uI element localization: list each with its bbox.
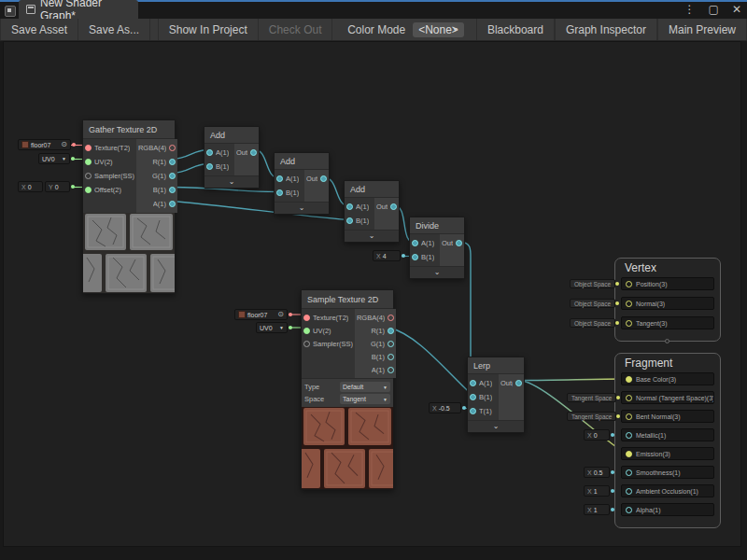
fragment-row-base-color[interactable]: Base Color(3) [621,372,714,385]
port-b-in[interactable] [412,254,418,260]
collapse-toggle[interactable]: ⌄ [345,230,399,242]
port-a-out[interactable] [169,201,176,207]
gather-texture-field[interactable]: floor07 ⊙ [18,139,71,150]
port-a-in[interactable] [470,380,476,386]
type-dropdown[interactable]: Default ▼ [340,382,390,392]
port-normal-ts[interactable] [626,395,632,401]
port-b-in[interactable] [276,189,283,196]
graph-inspector-toggle-button[interactable]: Graph Inspector [555,19,657,40]
kebab-menu-icon[interactable]: ⋮ [684,3,696,16]
fragment-row-metallic[interactable]: Metallic(1) [621,428,714,441]
port-position[interactable] [626,281,632,287]
port-texture-in[interactable] [303,315,310,321]
fragment-row-ambient-occlusion[interactable]: Ambient Occlusion(1) [621,484,714,497]
port-a-in[interactable] [206,149,213,156]
tab-new-shader-graph[interactable]: New Shader Graph* [19,0,138,19]
port-bent-normal[interactable] [626,413,632,420]
node-sample-texture-2d[interactable]: Sample Texture 2D Texture(T2) UV(2) Samp… [301,289,394,490]
blackboard-toggle-button[interactable]: Blackboard [476,19,555,40]
fragment-row-alpha[interactable]: Alpha(1) [621,503,714,516]
port-b-in[interactable] [346,217,353,224]
color-mode-dropdown[interactable]: <None> ▼ [413,22,464,37]
gather-uv-dropdown[interactable]: UV0 ▼ [38,153,70,164]
node-divide[interactable]: Divide A(1) B(1) Out(1) ⌄ [409,217,465,279]
fragment-row-emission[interactable]: Emission(3) [621,447,714,460]
port-sampler-in[interactable] [303,341,310,347]
texture-name: floor07 [247,312,267,318]
node-lerp[interactable]: Lerp A(1) B(1) T(1) Out(1) ⌄ [467,357,525,433]
node-gather-texture-2d[interactable]: Gather Texture 2D Texture(T2) UV(2) Samp… [82,119,176,294]
collapse-toggle[interactable]: ⌄ [204,175,259,188]
close-icon[interactable]: ✕ [732,3,741,16]
dropdown-arrow-icon: ▼ [383,397,388,402]
space-dropdown[interactable]: Tangent ▼ [340,394,390,404]
port-a-in[interactable] [276,175,283,182]
port-offset-in[interactable] [85,187,92,193]
port-base-color[interactable] [626,376,632,383]
port-rgba-out[interactable] [169,145,176,151]
fragment-row-normal[interactable]: Normal (Tangent Space)(3) [621,391,714,404]
port-normal[interactable] [626,301,632,307]
fragment-alpha-field[interactable]: X1 [584,504,610,515]
node-add-1[interactable]: Add A(1) B(1) Out(1) ⌄ [204,126,260,189]
fragment-metallic-field[interactable]: X0 [584,429,610,441]
vertex-row-tangent[interactable]: Tangent(3) [621,316,714,329]
save-asset-button[interactable]: Save Asset [0,19,78,40]
fragment-row-bent-normal[interactable]: Bent Normal(3) [621,410,714,423]
sample-texture-field[interactable]: floor07 ⊙ [234,309,288,320]
port-out[interactable] [250,149,257,156]
show-in-project-button[interactable]: Show In Project [158,19,259,40]
port-a-in[interactable] [346,203,353,210]
vertex-row-position[interactable]: Position(3) [621,277,714,290]
lerp-t-field[interactable]: X -0.5 [429,402,461,413]
port-texture-in[interactable] [85,145,92,151]
sample-uv-dropdown[interactable]: UV0 ▼ [256,322,288,333]
object-picker-icon[interactable]: ⊙ [277,311,284,318]
space-tag-object-2: Object Space [570,299,615,308]
port-out[interactable] [320,175,327,182]
collapse-toggle[interactable]: ⌄ [275,202,329,214]
fragment-context-block[interactable]: Fragment Base Color(3) Normal (Tangent S… [614,353,721,528]
port-tangent[interactable] [626,320,632,327]
port-out[interactable] [456,240,462,246]
maximize-icon[interactable]: ▢ [709,3,719,16]
save-as-button[interactable]: Save As... [78,19,150,40]
port-uv-in[interactable] [303,328,310,334]
port-out[interactable] [515,380,522,386]
port-smoothness[interactable] [626,469,632,476]
fragment-row-smoothness[interactable]: Smoothness(1) [621,466,714,479]
port-rgba-out[interactable] [388,315,394,321]
port-uv-in[interactable] [85,159,92,165]
object-picker-icon[interactable]: ⊙ [61,141,67,148]
port-a-in[interactable] [412,240,418,246]
gather-offset-x-field[interactable]: X 0 [18,181,43,192]
port-r-out[interactable] [169,159,176,165]
port-metallic[interactable] [626,432,632,439]
gather-offset-y-field[interactable]: Y 0 [45,181,70,192]
port-t-in[interactable] [470,408,476,414]
port-emission[interactable] [626,451,632,457]
port-r-out[interactable] [388,328,394,334]
port-ambient-occlusion[interactable] [626,488,632,495]
vertex-row-normal[interactable]: Normal(3) [621,297,714,310]
port-b-in[interactable] [206,163,213,170]
port-b-in[interactable] [470,394,476,400]
collapse-toggle[interactable]: ⌄ [468,420,524,432]
port-sampler-in[interactable] [85,173,92,179]
port-b-out[interactable] [169,187,176,193]
node-add-3[interactable]: Add A(1) B(1) Out(1) ⌄ [344,180,400,243]
port-g-out[interactable] [169,173,176,179]
node-add-2[interactable]: Add A(1) B(1) Out(1) ⌄ [274,152,330,215]
port-alpha[interactable] [626,507,632,513]
fragment-ao-field[interactable]: X1 [584,485,610,497]
port-out[interactable] [390,203,397,210]
port-b-out[interactable] [388,354,394,360]
divide-b-field[interactable]: X 4 [373,250,401,261]
port-g-out[interactable] [388,341,394,347]
node-title: Divide [410,217,464,234]
vertex-context-block[interactable]: Vertex Position(3) Normal(3) Tangent(3) [614,258,721,342]
port-a-out[interactable] [388,367,394,373]
collapse-toggle[interactable]: ⌄ [410,266,464,278]
main-preview-toggle-button[interactable]: Main Preview [657,19,747,40]
fragment-smoothness-field[interactable]: X0.5 [584,467,610,478]
